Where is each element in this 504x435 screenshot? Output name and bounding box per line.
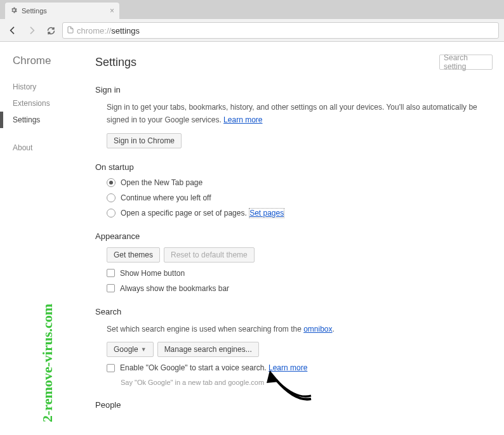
gear-icon [10, 6, 18, 15]
tab-bar: Settings × [0, 0, 504, 19]
sidebar: Chrome History Extensions Settings About [0, 42, 95, 435]
reset-theme-button: Reset to default theme [164, 247, 255, 263]
sidebar-item-history[interactable]: History [13, 79, 95, 95]
forward-button[interactable] [24, 23, 39, 38]
ok-google-checkbox[interactable]: Enable "Ok Google" to start a voice sear… [107, 363, 493, 372]
back-button[interactable] [5, 23, 20, 38]
signin-button[interactable]: Sign in to Chrome [107, 133, 182, 148]
page-title: Settings [95, 56, 136, 69]
sidebar-title: Chrome [13, 55, 95, 67]
browser-chrome: Settings × chrome://settings [0, 0, 504, 42]
manage-search-engines-button[interactable]: Manage search engines... [157, 342, 259, 357]
tab-title: Settings [22, 7, 47, 15]
checkbox-icon [107, 364, 115, 372]
close-icon[interactable]: × [110, 6, 114, 15]
radio-icon [107, 193, 116, 202]
section-appearance: Appearance Get themes Reset to default t… [95, 231, 493, 293]
section-signin: Sign in Sign in to get your tabs, bookma… [95, 85, 493, 148]
signin-heading: Sign in [95, 85, 493, 94]
section-search: Search Set which search engine is used w… [95, 307, 493, 386]
search-desc: Set which search engine is used when sea… [107, 323, 493, 335]
startup-opt1[interactable]: Open the New Tab page [107, 178, 493, 187]
people-heading: People [95, 400, 493, 410]
checkbox-icon [107, 284, 115, 292]
chevron-down-icon: ▼ [141, 346, 147, 353]
section-startup: On startup Open the New Tab page Continu… [95, 162, 493, 218]
get-themes-button[interactable]: Get themes [107, 247, 160, 263]
show-bookmarks-checkbox[interactable]: Always show the bookmarks bar [107, 284, 493, 293]
checkbox-icon [107, 269, 115, 277]
address-bar[interactable]: chrome://settings [62, 22, 499, 39]
radio-icon [107, 178, 116, 187]
page-icon [67, 25, 74, 36]
radio-icon [107, 209, 116, 218]
signin-desc: Sign in to get your tabs, bookmarks, his… [107, 101, 493, 127]
toolbar: chrome://settings [0, 19, 504, 42]
omnibox-link[interactable]: omnibox [303, 325, 332, 334]
url-text: chrome://settings [77, 26, 140, 36]
startup-opt2[interactable]: Continue where you left off [107, 193, 493, 202]
sidebar-item-about[interactable]: About [13, 140, 95, 156]
sidebar-item-extensions[interactable]: Extensions [13, 95, 95, 112]
signin-learn-more-link[interactable]: Learn more [223, 115, 262, 124]
startup-heading: On startup [95, 162, 493, 172]
sidebar-item-settings[interactable]: Settings [13, 112, 95, 128]
reload-button[interactable] [43, 23, 58, 38]
page-content: Chrome History Extensions Settings About… [0, 42, 504, 435]
show-home-checkbox[interactable]: Show Home button [107, 269, 493, 278]
ok-google-learn-more-link[interactable]: Learn more [269, 363, 307, 372]
appearance-heading: Appearance [95, 231, 493, 241]
section-people: People [95, 400, 493, 410]
search-input[interactable]: Search setting [439, 55, 493, 70]
startup-opt3[interactable]: Open a specific page or set of pages. Se… [107, 209, 493, 218]
search-engine-dropdown[interactable]: Google ▼ [107, 342, 154, 357]
main-header: Settings Search setting [95, 55, 493, 70]
search-heading: Search [95, 307, 493, 316]
ok-google-subtext: Say "Ok Google" in a new tab and google.… [107, 379, 493, 386]
main: Settings Search setting Sign in Sign in … [95, 42, 504, 435]
set-pages-link[interactable]: Set pages [249, 208, 284, 218]
browser-tab[interactable]: Settings × [5, 3, 119, 19]
